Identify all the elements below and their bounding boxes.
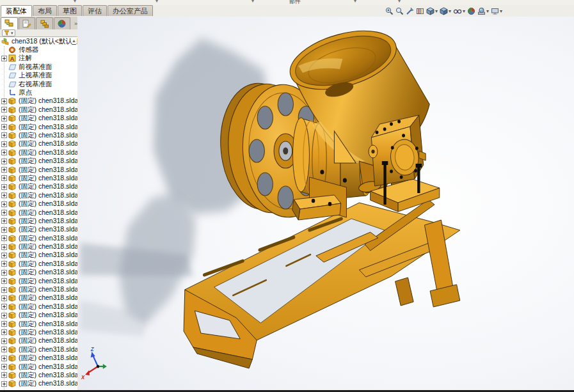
tree-component-item[interactable]: (固定) chen318.sldasm <box>0 174 77 182</box>
command-tab-0[interactable]: 装配体 <box>1 5 32 17</box>
expand-plus-icon[interactable] <box>1 364 7 370</box>
expand-plus-icon[interactable] <box>1 218 7 224</box>
expand-plus-icon[interactable] <box>1 210 7 216</box>
expand-plus-icon[interactable] <box>1 192 7 198</box>
tree-component-item[interactable]: (固定) chen318.sldasm <box>0 277 77 285</box>
tree-component-item[interactable]: (固定) chen318.sldasm <box>0 217 77 225</box>
tree-component-item[interactable]: (固定) chen318.sldasm <box>0 260 77 268</box>
expand-plus-icon[interactable] <box>1 338 7 344</box>
tree-component-item[interactable]: (固定) chen318.sldasm <box>0 200 77 208</box>
expand-plus-icon[interactable] <box>1 278 7 284</box>
apply-scene-icon[interactable]: ▾ <box>477 7 489 15</box>
tree-scroll-up-icon[interactable]: ▲ <box>72 38 76 43</box>
zoom-to-area-icon[interactable] <box>395 7 404 15</box>
hide-show-items-icon[interactable]: ▾ <box>453 7 465 15</box>
tree-component-item[interactable]: (固定) chen318.sldasm <box>0 106 77 114</box>
toolbar-dropdown-icon[interactable]: ▾ <box>251 0 254 4</box>
tree-item-2[interactable]: 前视基准面 <box>0 63 77 71</box>
propertymanager-tab[interactable] <box>19 17 36 29</box>
tree-component-item[interactable]: (固定) chen318.sldasm <box>0 226 77 234</box>
tree-component-item[interactable]: (固定) chen318.sldasm <box>0 269 77 277</box>
tree-component-item[interactable]: (固定) chen318.sldasm <box>0 337 77 345</box>
tree-component-item[interactable]: (固定) chen318.sldasm <box>0 251 77 260</box>
tree-component-item[interactable]: (固定) chen318.sldasm <box>0 131 77 139</box>
tree-component-item[interactable]: (固定) chen318.sldasm <box>0 208 77 217</box>
expand-plus-icon[interactable] <box>1 347 7 352</box>
view-orientation-icon[interactable]: ▾ <box>426 7 438 15</box>
dropdown-caret-icon[interactable]: ▾ <box>463 9 465 14</box>
graphics-viewport[interactable]: Z X <box>77 17 574 391</box>
dropdown-caret-icon[interactable]: ▾ <box>486 9 489 14</box>
expand-plus-icon[interactable] <box>1 287 7 293</box>
expand-plus-icon[interactable] <box>1 329 7 335</box>
display-style-icon[interactable]: ▾ <box>440 7 451 15</box>
dropdown-caret-icon[interactable]: ▾ <box>500 9 502 14</box>
tree-item-1[interactable]: A注解 <box>0 54 77 63</box>
view-settings-icon[interactable]: ▾ <box>491 7 502 15</box>
tree-component-item[interactable]: (固定) chen318.sldasm <box>0 294 77 302</box>
tree-component-item[interactable]: (固定) chen318.sldasm <box>0 242 77 251</box>
model-base-frame[interactable] <box>184 200 460 368</box>
expand-plus-icon[interactable] <box>1 132 7 138</box>
toolbar-dropdown-icon[interactable]: ▾ <box>155 0 158 4</box>
command-tab-2[interactable]: 草图 <box>58 5 82 16</box>
expand-plus-icon[interactable] <box>1 270 7 276</box>
tree-component-item[interactable]: (固定) chen318.sldasm <box>0 157 77 165</box>
dropdown-caret-icon[interactable]: ▾ <box>435 9 438 14</box>
section-view-icon[interactable] <box>416 7 424 15</box>
expand-plus-icon[interactable] <box>1 201 7 207</box>
tree-component-item[interactable]: (固定) chen318.sldasm <box>0 328 77 336</box>
toolbar-dropdown-icon[interactable]: ▾ <box>398 0 401 4</box>
expand-plus-icon[interactable] <box>1 175 7 181</box>
command-tab-3[interactable]: 评估 <box>83 5 107 16</box>
tree-component-item[interactable]: (固定) chen318.sldasm <box>0 380 77 388</box>
tree-component-item[interactable]: (固定) chen318.sldasm <box>0 363 77 371</box>
toolbar-dropdown-icon[interactable]: ▾ <box>354 0 356 4</box>
expand-plus-icon[interactable] <box>1 141 7 147</box>
tree-item-5[interactable]: 原点 <box>0 88 77 97</box>
dropdown-caret-icon[interactable]: ▾ <box>449 9 451 14</box>
tree-item-3[interactable]: 上视基准面 <box>0 72 77 80</box>
model-gearbox[interactable] <box>369 115 440 212</box>
expand-plus-icon[interactable] <box>1 372 7 378</box>
tree-filter-button[interactable]: ▾ <box>2 29 15 36</box>
expand-plus-icon[interactable] <box>1 150 7 155</box>
tree-component-item[interactable]: (固定) chen318.sldasm <box>0 191 77 200</box>
expand-plus-icon[interactable] <box>1 159 7 164</box>
configurationmanager-tab[interactable] <box>36 17 53 29</box>
previous-view-icon[interactable] <box>406 7 414 15</box>
expand-plus-icon[interactable] <box>1 253 7 258</box>
toolbar-dropdown-icon[interactable]: ▾ <box>74 0 76 4</box>
tree-component-item[interactable]: (固定) chen318.sldasm <box>0 166 77 174</box>
tree-component-item[interactable]: (固定) chen318.sldasm <box>0 302 77 311</box>
tree-component-item[interactable]: (固定) chen318.sldasm <box>0 234 77 242</box>
expand-plus-icon[interactable] <box>1 116 7 122</box>
expand-plus-icon[interactable] <box>1 313 7 318</box>
expand-plus-icon[interactable] <box>1 381 7 387</box>
zoom-to-fit-icon[interactable] <box>385 7 394 15</box>
command-tab-1[interactable]: 布局 <box>33 5 57 16</box>
tree-component-item[interactable]: (固定) chen318.sldasm <box>0 345 77 354</box>
tree-component-item[interactable]: (固定) chen318.sldasm <box>0 97 77 106</box>
expand-plus-icon[interactable] <box>1 321 7 327</box>
expand-plus-icon[interactable] <box>1 295 7 301</box>
expand-plus-icon[interactable] <box>1 304 7 310</box>
expand-plus-icon[interactable] <box>1 56 7 61</box>
expand-plus-icon[interactable] <box>1 184 7 190</box>
tree-component-item[interactable]: (固定) chen318.sldasm <box>0 183 77 191</box>
tree-component-item[interactable]: (固定) chen318.sldasm <box>0 371 77 379</box>
tree-component-item[interactable]: (固定) chen318.sldasm <box>0 354 77 362</box>
tree-component-item[interactable]: (固定) chen318.sldasm <box>0 140 77 148</box>
expand-plus-icon[interactable] <box>1 98 7 104</box>
expand-plus-icon[interactable] <box>1 261 7 267</box>
tree-root-item[interactable]: chen318 (默认<默认_显示 <box>0 37 77 45</box>
tree-component-item[interactable]: (固定) chen318.sldasm <box>0 148 77 157</box>
expand-plus-icon[interactable] <box>1 356 7 361</box>
tree-component-item[interactable]: (固定) chen318.sldasm <box>0 114 77 123</box>
tree-item-0[interactable]: 传感器 <box>0 45 77 54</box>
expand-plus-icon[interactable] <box>1 107 7 113</box>
tree-component-item[interactable]: (固定) chen318.sldasm <box>0 311 77 320</box>
featuremanager-tab[interactable] <box>1 17 18 29</box>
expand-plus-icon[interactable] <box>1 167 7 173</box>
tree-component-item[interactable]: (固定) chen318.sldasm <box>0 320 77 328</box>
